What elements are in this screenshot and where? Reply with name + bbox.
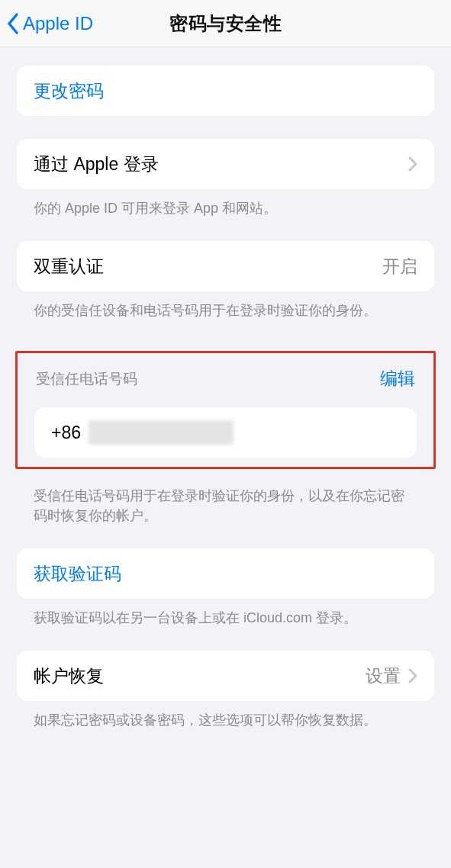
chevron-right-icon bbox=[408, 156, 417, 172]
trusted-phone-redacted bbox=[89, 420, 234, 445]
nav-bar: Apple ID 密码与安全性 bbox=[0, 0, 451, 47]
two-factor-row[interactable]: 双重认证 开启 bbox=[17, 241, 434, 291]
trusted-phone-footer: 受信任电话号码用于在登录时验证你的身份，以及在你忘记密码时恢复你的帐户。 bbox=[17, 477, 434, 526]
back-button[interactable]: Apple ID bbox=[6, 12, 93, 35]
sign-in-apple-label: 通过 Apple 登录 bbox=[34, 153, 159, 176]
nav-title: 密码与安全性 bbox=[169, 11, 282, 36]
two-factor-footer: 你的受信任设备和电话号码用于在登录时验证你的身份。 bbox=[17, 291, 434, 320]
account-recovery-value: 设置 bbox=[366, 664, 401, 688]
chevron-right-icon bbox=[408, 668, 417, 683]
back-label: Apple ID bbox=[23, 13, 93, 34]
sign-in-apple-row[interactable]: 通过 Apple 登录 bbox=[17, 139, 434, 189]
get-code-footer: 获取验证码以在另一台设备上或在 iCloud.com 登录。 bbox=[17, 599, 434, 628]
trusted-phone-prefix: +86 bbox=[51, 423, 81, 443]
trusted-phone-header: 受信任电话号码 编辑 bbox=[19, 355, 432, 407]
get-code-row[interactable]: 获取验证码 bbox=[17, 548, 434, 599]
trusted-phone-row[interactable]: +86 bbox=[34, 407, 417, 458]
trusted-phone-highlight: 受信任电话号码 编辑 +86 bbox=[15, 351, 436, 469]
two-factor-label: 双重认证 bbox=[34, 255, 104, 278]
trusted-phone-header-title: 受信任电话号码 bbox=[36, 369, 137, 389]
change-password-label: 更改密码 bbox=[34, 79, 104, 103]
two-factor-value: 开启 bbox=[382, 255, 417, 278]
account-recovery-label: 帐户恢复 bbox=[34, 664, 104, 688]
change-password-row[interactable]: 更改密码 bbox=[17, 66, 434, 116]
trusted-phone-edit-button[interactable]: 编辑 bbox=[380, 367, 415, 391]
sign-in-apple-footer: 你的 Apple ID 可用来登录 App 和网站。 bbox=[17, 189, 434, 218]
chevron-left-icon bbox=[6, 12, 20, 35]
account-recovery-footer: 如果忘记密码或设备密码，这些选项可以帮你恢复数据。 bbox=[17, 701, 434, 730]
get-code-label: 获取验证码 bbox=[34, 562, 121, 586]
account-recovery-row[interactable]: 帐户恢复 设置 bbox=[17, 651, 434, 701]
